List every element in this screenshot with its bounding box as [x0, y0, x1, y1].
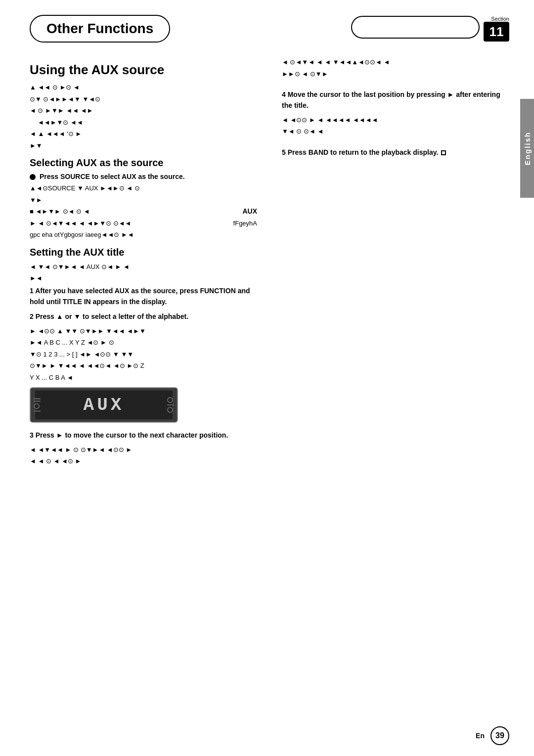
- display-right-decoration: [167, 397, 174, 413]
- header-right: Section 11: [351, 16, 509, 42]
- aux-line6: ►▼: [30, 141, 257, 151]
- selecting-row4: ► ◄ ⊙◄▼◄◄ ◄ ◄►▼⊙ ⊙◄◄ fFgeyhA: [30, 219, 257, 230]
- step4-line2: ▼◄ ⊙ ⊙◄ ◄: [282, 127, 509, 136]
- header-oval: [351, 16, 480, 39]
- selecting-line2: ▼►: [30, 195, 257, 205]
- header: Other Functions Section 11: [30, 15, 509, 43]
- display-left-decoration: [34, 399, 41, 412]
- selecting-line4: ► ◄ ⊙◄▼◄◄ ◄ ◄►▼⊙ ⊙◄◄: [30, 219, 131, 228]
- display-inner: ΑUΧ: [35, 391, 173, 419]
- step5-label: 5 Press BAND to return to the playback d…: [282, 148, 438, 156]
- page: Other Functions Section 11 English Using…: [0, 0, 534, 756]
- detail-circle-r2: [167, 407, 173, 413]
- ffgeyhA-label: fFgeyhA: [233, 220, 257, 227]
- step3-line1: ◄ ◄▼◄◄ ► ⊙ ⊙▼►◄ ◄⊙⊙ ►: [30, 445, 257, 455]
- detail-line-2: [34, 401, 41, 402]
- footer-en-label: En: [476, 732, 485, 740]
- selecting-line5: gpc eha otYgbgosr iaeeg◄◄⊙ ►◄: [30, 230, 257, 240]
- step2-line4: ⊙▼► ► ▼◄◄ ◄ ◄◄⊙◄ ◄⊙ ►⊙ Z: [30, 361, 257, 371]
- bullet-text: Press SOURCE to select AUX as the source…: [40, 173, 185, 180]
- main-content: Using the AUX source ▲ ◄◄ ⊙ ►⊙ ◄ ⊙▼ ⊙◄►►…: [30, 57, 509, 468]
- detail-line-r1: [167, 404, 174, 405]
- step2-line5: Y X ... C B A ◄: [30, 373, 257, 383]
- right-line2: ►►⊙ ◄ ⊙▼►: [282, 69, 509, 79]
- footer: En 39: [0, 726, 534, 745]
- detail-circle: [34, 403, 40, 409]
- language-sidebar: English: [520, 99, 534, 198]
- selecting-line1: ▲◄⊙SOURCE ▼ AUX ►◄►⊙ ◄ ⊙: [30, 183, 257, 193]
- display-aux-text: ΑUΧ: [84, 395, 125, 415]
- step3-line2: ◄ ◄ ⊙ ◄ ◄⊙ ►: [30, 456, 257, 466]
- other-functions-title: Other Functions: [30, 15, 170, 43]
- setting-line2: ►◄: [30, 273, 257, 283]
- selecting-row3: ■ ◄►▼► ⊙◄ ⊙ ◄ AUX: [30, 207, 257, 219]
- right-column: ◄ ⊙◄▼◄ ◄ ◄ ▼◄◄▲◄⊙⊙◄ ◄ ►►⊙ ◄ ⊙▼► 4 Move t…: [272, 57, 509, 468]
- aux-line1: ▲ ◄◄ ⊙ ►⊙ ◄: [30, 83, 257, 92]
- bullet-press-source: Press SOURCE to select AUX as the source…: [30, 173, 257, 180]
- aux-label: AUX: [242, 207, 257, 215]
- step1-text: 1 After you have selected AUX as the sou…: [30, 285, 257, 308]
- step2-line2: ►◄ A B C ... X Y Z ◄⊙ ► ⊙: [30, 338, 257, 348]
- step5-text: 5 Press BAND to return to the playback d…: [282, 147, 509, 158]
- using-aux-title: Using the AUX source: [30, 62, 257, 78]
- step2-line1: ► ◄⊙⊙ ▲ ▼▼ ⊙▼►► ▼◄◄ ◄►▼: [30, 326, 257, 336]
- right-line1: ◄ ⊙◄▼◄ ◄ ◄ ▼◄◄▲◄⊙⊙◄ ◄: [282, 57, 509, 67]
- aux-line2: ⊙▼ ⊙◄►►◄▼ ▼◄⊙: [30, 94, 257, 104]
- setting-line1: ◄ ▼◄ ⊙▼►◄ ◄ AUX ⊙◄ ► ◄: [30, 262, 257, 272]
- step2-text: 2 Press ▲ or ▼ to select a letter of the…: [30, 311, 257, 322]
- selecting-line3: ■ ◄►▼► ⊙◄ ⊙ ◄: [30, 207, 90, 217]
- aux-line4: ◄◄►▼⊙ ◄◄: [38, 118, 257, 128]
- detail-line-1: [34, 399, 41, 400]
- detail-circle-r1: [167, 397, 173, 403]
- aux-line5: ◄ ▲ ◄◄◄ '⊙ ►: [30, 129, 257, 139]
- section-number: 11: [484, 22, 509, 42]
- setting-aux-title: Setting the AUX title: [30, 247, 257, 258]
- end-square-icon: [441, 150, 446, 155]
- step4-line1: ◄ ◄⊙⊙ ► ◄ ◄◄◄◄ ◄◄◄◄: [282, 115, 509, 125]
- selecting-aux-title: Selecting AUX as the source: [30, 157, 257, 169]
- detail-line-3: [34, 411, 41, 412]
- language-label: English: [523, 132, 532, 165]
- footer-page-number: 39: [490, 726, 509, 745]
- step4-text: 4 Move the cursor to the last position b…: [282, 89, 509, 111]
- left-column: Using the AUX source ▲ ◄◄ ⊙ ►⊙ ◄ ⊙▼ ⊙◄►►…: [30, 57, 272, 468]
- aux-line3: ◄ ⊙ ►▼► ◄◄ ◄►: [30, 106, 257, 116]
- section-label: Section: [491, 16, 509, 22]
- aux-display: ΑUΧ: [30, 387, 178, 423]
- step3-text: 3 Press ► to move the cursor to the next…: [30, 430, 257, 441]
- step2-line3: ▼⊙ 1 2 3 ... > [ ] ◄► ◄⊙⊙ ▼ ▼▼: [30, 350, 257, 359]
- section-badge: Section 11: [484, 16, 509, 42]
- bullet-dot: [30, 174, 36, 180]
